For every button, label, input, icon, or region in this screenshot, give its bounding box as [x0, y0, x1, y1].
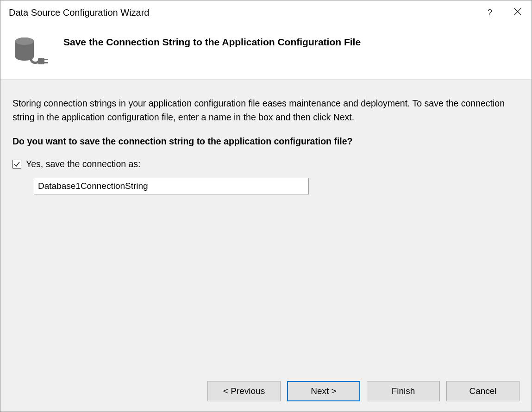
question-text: Do you want to save the connection strin…: [13, 136, 519, 147]
wizard-header: Save the Connection String to the Applic…: [0, 25, 532, 79]
wizard-body: Storing connection strings in your appli…: [0, 79, 532, 373]
svg-rect-7: [44, 59, 48, 60]
help-button[interactable]: ?: [476, 0, 504, 25]
finish-button[interactable]: Finish: [367, 381, 440, 401]
window-title: Data Source Configuration Wizard: [9, 7, 476, 18]
titlebar: Data Source Configuration Wizard ?: [0, 0, 532, 25]
svg-rect-8: [44, 62, 48, 63]
close-button[interactable]: [504, 0, 532, 25]
save-connection-label: Yes, save the connection as:: [26, 159, 141, 169]
cancel-button[interactable]: Cancel: [446, 381, 519, 401]
wizard-footer: < Previous Next > Finish Cancel: [0, 373, 532, 412]
connection-name-wrap: [13, 178, 519, 194]
help-icon: ?: [488, 8, 492, 18]
intro-text: Storing connection strings in your appli…: [13, 96, 519, 124]
save-connection-checkbox-row: Yes, save the connection as:: [13, 159, 519, 169]
next-button[interactable]: Next >: [287, 381, 360, 401]
previous-button[interactable]: < Previous: [207, 381, 281, 401]
titlebar-controls: ?: [476, 0, 532, 25]
svg-rect-6: [38, 58, 44, 64]
connection-name-input[interactable]: [34, 178, 309, 194]
wizard-step-title: Save the Connection String to the Applic…: [50, 36, 361, 48]
checkmark-icon: [14, 161, 20, 167]
svg-point-5: [15, 37, 34, 45]
database-plug-icon: [13, 36, 50, 66]
wizard-window: Data Source Configuration Wizard ?: [0, 0, 532, 412]
close-icon: [514, 8, 521, 18]
save-connection-checkbox[interactable]: [13, 160, 21, 169]
